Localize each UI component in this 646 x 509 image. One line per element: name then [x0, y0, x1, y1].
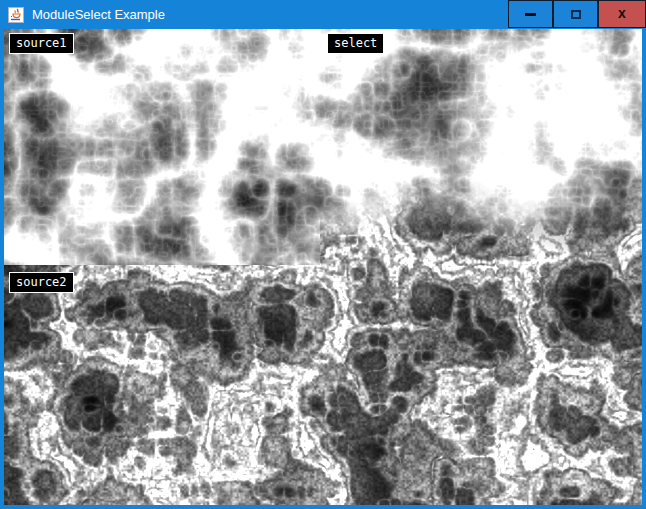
label-source1: source1 [9, 33, 74, 54]
window-controls: x [508, 0, 646, 28]
titlebar[interactable]: ModuleSelect Example x [0, 0, 646, 29]
label-source2: source2 [9, 272, 74, 293]
java-coffee-cup-icon [8, 7, 24, 23]
render-area: source1 select source2 [4, 29, 642, 505]
label-select: select [327, 33, 384, 54]
minimize-icon [525, 13, 536, 16]
close-button[interactable]: x [598, 0, 646, 28]
maximize-button[interactable] [553, 0, 598, 28]
noise-canvas [4, 29, 642, 505]
minimize-button[interactable] [508, 0, 553, 28]
maximize-icon [571, 10, 581, 19]
window-title: ModuleSelect Example [32, 0, 165, 29]
app-window: ModuleSelect Example x source1 select so… [0, 0, 646, 509]
close-icon: x [618, 6, 626, 20]
